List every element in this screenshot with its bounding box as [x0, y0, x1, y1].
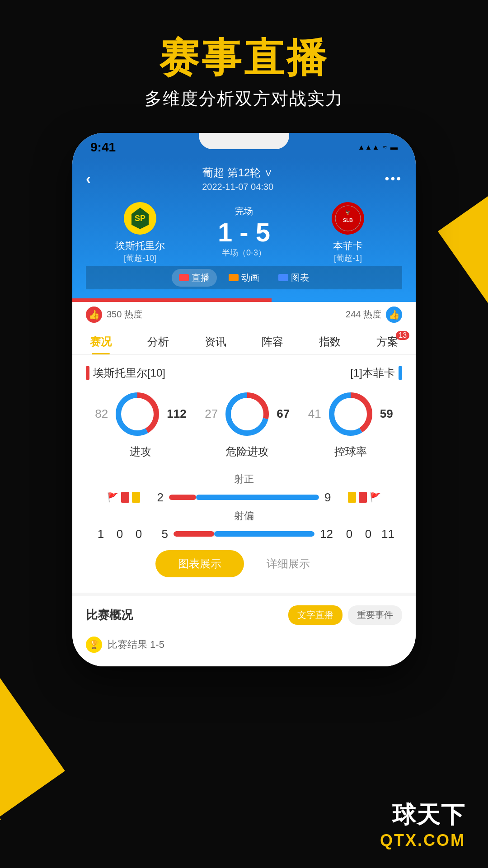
shots-on-bar-red — [169, 495, 196, 500]
shots-off-bar — [174, 531, 314, 537]
yellow-card-right-icon — [348, 492, 356, 503]
tab-analysis[interactable]: 分析 — [130, 327, 187, 354]
shots-on-val-right: 9 — [324, 491, 343, 505]
hotness-row: 👍 350 热度 244 热度 👍 — [72, 302, 416, 327]
stats-team-right-label: [1]本菲卡 — [350, 366, 395, 380]
shots-off-extra-r1: 0 — [343, 527, 355, 541]
match-score-row: SP 埃斯托里尔 [葡超-10] 完场 1 - 5 半场（0-3） — [86, 196, 402, 266]
shots-on-bar — [169, 495, 319, 500]
media-tab-live-label: 直播 — [192, 272, 210, 284]
donut-possession-label: 控球率 — [334, 444, 367, 459]
bottom-logo: 球天下 QTX.COM — [380, 799, 465, 850]
summary-title: 比赛概况 — [86, 607, 133, 623]
match-status: 完场 — [235, 205, 253, 217]
shots-off-nums-right: 0 0 11 — [343, 527, 402, 541]
donut-possession-right: 59 — [380, 407, 393, 421]
shots-on-bar-blue — [196, 495, 319, 500]
donut-possession-svg — [326, 389, 375, 439]
donut-attack-left: 82 — [95, 407, 108, 421]
red-card-left-icon — [121, 492, 129, 503]
shots-on-row: 🚩 2 9 🚩 — [86, 491, 402, 505]
event-item: 🏆 比赛结果 1-5 — [86, 632, 402, 657]
shots-off-val-right: 12 — [320, 527, 338, 541]
chart-display-button[interactable]: 图表展示 — [155, 550, 244, 577]
yellow-card-left-icon — [132, 492, 140, 503]
tab-index[interactable]: 指数 — [301, 327, 359, 354]
tab-news[interactable]: 资讯 — [187, 327, 244, 354]
thumb-up-right-icon[interactable]: 👍 — [386, 307, 402, 323]
detail-display-button[interactable]: 详细展示 — [244, 550, 333, 577]
shots-on-icons-left: 🚩 — [86, 492, 140, 503]
media-tab-chart[interactable]: 图表 — [271, 269, 316, 287]
donut-possession: 41 59 控球率 — [308, 389, 393, 459]
logo-main: 球天下 — [380, 799, 465, 831]
hotness-right-value: 244 热度 — [346, 308, 381, 321]
tab-text-live[interactable]: 文字直播 — [288, 605, 343, 625]
donut-attack-wrapper: 82 112 — [95, 389, 186, 439]
back-button[interactable]: ‹ — [86, 170, 91, 187]
more-button[interactable]: ••• — [385, 171, 402, 186]
shots-off-row: 1 0 0 5 12 0 0 11 — [86, 527, 402, 541]
donut-danger-wrapper: 27 67 — [205, 389, 290, 439]
shots-off-extra-1: 1 — [95, 527, 107, 541]
score-center: 完场 1 - 5 半场（0-3） — [218, 205, 270, 258]
donut-possession-wrapper: 41 59 — [308, 389, 393, 439]
tab-match-status[interactable]: 赛况 — [72, 327, 130, 354]
wifi-icon: ≈ — [383, 143, 387, 151]
media-tab-anim[interactable]: 动画 — [221, 269, 267, 287]
phone-mockup: 9:41 ▲▲▲ ≈ ▬ ‹ 葡超 第12轮 ∨ 2022-11-07 04:3… — [72, 133, 416, 666]
score-main: 1 - 5 — [218, 219, 270, 245]
score-half: 半场（0-3） — [222, 247, 266, 258]
donut-danger-left: 27 — [205, 407, 218, 421]
tab-lineup[interactable]: 阵容 — [244, 327, 301, 354]
thumb-up-left-icon[interactable]: 👍 — [86, 307, 102, 323]
shots-off-extra-r2: 0 — [362, 527, 374, 541]
team-home: SP 埃斯托里尔 [葡超-10] — [95, 200, 185, 264]
match-header: ‹ 葡超 第12轮 ∨ 2022-11-07 04:30 ••• — [72, 158, 416, 298]
team-away: 🦅 SLB 本菲卡 [葡超-1] — [303, 200, 393, 264]
flag-right-icon: 🚩 — [370, 492, 381, 503]
bar-stat-shots-on: 射正 🚩 2 9 🚩 — [86, 472, 402, 505]
shots-off-nums-left: 1 0 0 — [86, 527, 145, 541]
hotness-right: 244 热度 👍 — [346, 307, 402, 323]
hotness-left-value: 350 热度 — [107, 308, 142, 321]
league-name: 葡超 第12轮 ∨ — [202, 165, 273, 180]
team-away-name: 本菲卡 — [333, 239, 363, 253]
tab-plan[interactable]: 方案 13 — [358, 327, 416, 354]
team-away-logo: 🦅 SLB — [330, 200, 366, 236]
match-league: 葡超 第12轮 ∨ 2022-11-07 04:30 — [202, 165, 273, 192]
dropdown-icon: ∨ — [264, 166, 273, 179]
shots-off-extra-2: 0 — [114, 527, 126, 541]
main-title: 赛事直播 — [145, 36, 343, 80]
media-tab-live[interactable]: 直播 — [172, 269, 217, 287]
chart-icon — [278, 274, 288, 281]
match-summary: 比赛概况 文字直播 重要事件 🏆 比赛结果 1-5 — [72, 593, 416, 666]
shots-off-bar-blue — [214, 531, 314, 537]
plan-badge: 13 — [396, 331, 409, 340]
left-color-indicator — [86, 366, 89, 380]
shots-on-icons-right: 🚩 — [348, 492, 402, 503]
benfica-logo: 🦅 SLB — [332, 202, 364, 235]
match-date: 2022-11-07 04:30 — [202, 182, 273, 192]
tab-key-events[interactable]: 重要事件 — [348, 605, 402, 625]
shots-off-extra-r3: 11 — [381, 527, 394, 541]
svg-text:SLB: SLB — [343, 217, 353, 223]
donut-attack-svg — [113, 389, 162, 439]
donut-row: 82 112 进攻 27 — [86, 389, 402, 459]
nav-tabs: 赛况 分析 资讯 阵容 指数 方案 13 — [72, 327, 416, 355]
logo-sub: QTX.COM — [380, 831, 465, 850]
svg-text:SP: SP — [135, 214, 145, 223]
stats-team-left-label: 埃斯托里尔[10] — [93, 366, 165, 380]
shots-off-extra-3: 0 — [133, 527, 145, 541]
stats-team-left: 埃斯托里尔[10] — [86, 366, 165, 380]
shots-on-val-left: 2 — [145, 491, 164, 505]
right-color-indicator — [399, 366, 402, 380]
hotness-bar — [72, 298, 416, 302]
stats-card: 埃斯托里尔[10] [1]本菲卡 82 — [72, 355, 416, 593]
media-tabs: 直播 动画 图表 — [86, 266, 402, 289]
donut-danger-label: 危险进攻 — [225, 444, 269, 459]
hotness-left: 👍 350 热度 — [86, 307, 142, 323]
media-tab-chart-label: 图表 — [291, 272, 309, 284]
shots-off-bar-red — [174, 531, 214, 537]
battery-icon: ▬ — [390, 143, 398, 151]
